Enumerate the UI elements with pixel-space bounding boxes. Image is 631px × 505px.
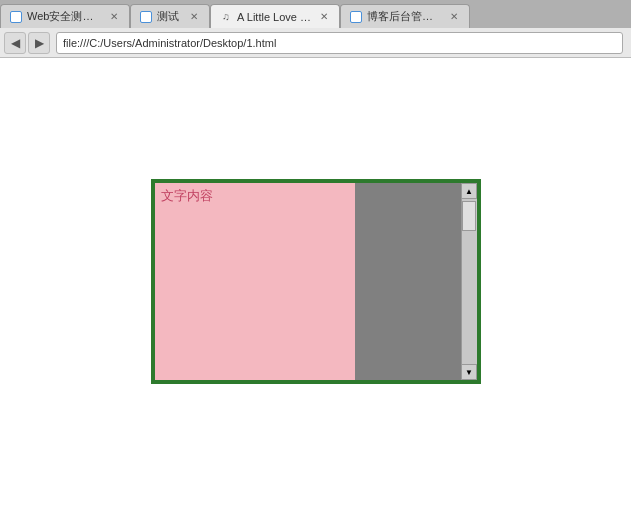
tab1-label: Web安全测试之... xyxy=(27,9,103,24)
tab3-label: A Little Love - ... xyxy=(237,11,313,23)
tab3-close[interactable]: ✕ xyxy=(317,10,331,24)
address-text: file:///C:/Users/Administrator/Desktop/1… xyxy=(63,37,276,49)
page-content: 文字内容 ▲ ▼ xyxy=(0,58,631,505)
tab1-favicon xyxy=(9,10,23,24)
forward-button[interactable]: ▶ xyxy=(28,32,50,54)
tab2-label: 测试 xyxy=(157,9,183,24)
tab-bar: Web安全测试之... ✕ 测试 ✕ ♫ A Little Love - ...… xyxy=(0,0,631,28)
browser-chrome: Web安全测试之... ✕ 测试 ✕ ♫ A Little Love - ...… xyxy=(0,0,631,58)
tab-test[interactable]: 测试 ✕ xyxy=(130,4,210,28)
back-button[interactable]: ◀ xyxy=(4,32,26,54)
address-bar[interactable]: file:///C:/Users/Administrator/Desktop/1… xyxy=(56,32,623,54)
scrollbar-up-button[interactable]: ▲ xyxy=(461,183,477,199)
tab1-close[interactable]: ✕ xyxy=(107,10,121,24)
tab4-label: 博客后台管理 - ... xyxy=(367,9,443,24)
tab4-favicon xyxy=(349,10,363,24)
content-text: 文字内容 xyxy=(161,188,213,203)
nav-bar: ◀ ▶ file:///C:/Users/Administrator/Deskt… xyxy=(0,28,631,58)
content-box: 文字内容 ▲ ▼ xyxy=(151,179,481,384)
scrollbar-down-button[interactable]: ▼ xyxy=(461,364,477,380)
tab3-favicon: ♫ xyxy=(219,10,233,24)
content-gray: ▲ ▼ xyxy=(355,183,477,380)
tab2-close[interactable]: ✕ xyxy=(187,10,201,24)
content-inner: 文字内容 xyxy=(155,183,355,380)
tab-music[interactable]: ♫ A Little Love - ... ✕ xyxy=(210,4,340,28)
scrollbar-track: ▲ ▼ xyxy=(461,183,477,380)
scrollbar-thumb[interactable] xyxy=(462,201,476,231)
tab-web-security[interactable]: Web安全测试之... ✕ xyxy=(0,4,130,28)
tab2-favicon xyxy=(139,10,153,24)
tab4-close[interactable]: ✕ xyxy=(447,10,461,24)
tab-blog[interactable]: 博客后台管理 - ... ✕ xyxy=(340,4,470,28)
